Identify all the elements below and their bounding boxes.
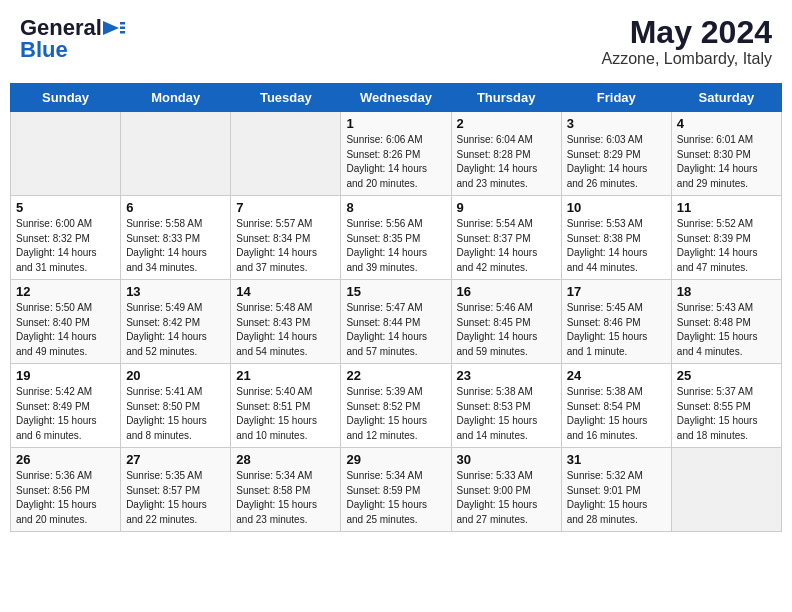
day-info: Sunrise: 5:34 AM Sunset: 8:59 PM Dayligh… (346, 469, 445, 527)
svg-rect-3 (120, 31, 125, 34)
day-info: Sunrise: 6:06 AM Sunset: 8:26 PM Dayligh… (346, 133, 445, 191)
day-cell: 23Sunrise: 5:38 AM Sunset: 8:53 PM Dayli… (451, 364, 561, 448)
day-number: 23 (457, 368, 556, 383)
day-cell: 17Sunrise: 5:45 AM Sunset: 8:46 PM Dayli… (561, 280, 671, 364)
day-info: Sunrise: 5:38 AM Sunset: 8:54 PM Dayligh… (567, 385, 666, 443)
header-day-monday: Monday (121, 84, 231, 112)
day-number: 21 (236, 368, 335, 383)
day-cell (121, 112, 231, 196)
day-number: 8 (346, 200, 445, 215)
day-number: 27 (126, 452, 225, 467)
day-number: 24 (567, 368, 666, 383)
day-cell: 18Sunrise: 5:43 AM Sunset: 8:48 PM Dayli… (671, 280, 781, 364)
day-info: Sunrise: 5:32 AM Sunset: 9:01 PM Dayligh… (567, 469, 666, 527)
day-number: 2 (457, 116, 556, 131)
calendar-table: SundayMondayTuesdayWednesdayThursdayFrid… (10, 83, 782, 532)
day-info: Sunrise: 5:46 AM Sunset: 8:45 PM Dayligh… (457, 301, 556, 359)
day-cell (231, 112, 341, 196)
day-cell: 29Sunrise: 5:34 AM Sunset: 8:59 PM Dayli… (341, 448, 451, 532)
day-cell: 5Sunrise: 6:00 AM Sunset: 8:32 PM Daylig… (11, 196, 121, 280)
day-info: Sunrise: 5:35 AM Sunset: 8:57 PM Dayligh… (126, 469, 225, 527)
day-info: Sunrise: 5:34 AM Sunset: 8:58 PM Dayligh… (236, 469, 335, 527)
day-number: 5 (16, 200, 115, 215)
header-day-wednesday: Wednesday (341, 84, 451, 112)
day-cell (11, 112, 121, 196)
day-number: 31 (567, 452, 666, 467)
logo-blue: Blue (20, 37, 68, 63)
day-info: Sunrise: 5:40 AM Sunset: 8:51 PM Dayligh… (236, 385, 335, 443)
day-info: Sunrise: 5:56 AM Sunset: 8:35 PM Dayligh… (346, 217, 445, 275)
day-info: Sunrise: 6:04 AM Sunset: 8:28 PM Dayligh… (457, 133, 556, 191)
header-day-saturday: Saturday (671, 84, 781, 112)
location: Azzone, Lombardy, Italy (602, 50, 772, 68)
day-number: 25 (677, 368, 776, 383)
header-row: SundayMondayTuesdayWednesdayThursdayFrid… (11, 84, 782, 112)
day-info: Sunrise: 6:01 AM Sunset: 8:30 PM Dayligh… (677, 133, 776, 191)
day-info: Sunrise: 5:33 AM Sunset: 9:00 PM Dayligh… (457, 469, 556, 527)
week-row-1: 1Sunrise: 6:06 AM Sunset: 8:26 PM Daylig… (11, 112, 782, 196)
day-cell: 3Sunrise: 6:03 AM Sunset: 8:29 PM Daylig… (561, 112, 671, 196)
svg-rect-2 (120, 27, 125, 30)
day-info: Sunrise: 5:41 AM Sunset: 8:50 PM Dayligh… (126, 385, 225, 443)
day-number: 26 (16, 452, 115, 467)
day-number: 16 (457, 284, 556, 299)
day-info: Sunrise: 5:52 AM Sunset: 8:39 PM Dayligh… (677, 217, 776, 275)
svg-marker-0 (103, 21, 119, 35)
title-block: May 2024 Azzone, Lombardy, Italy (602, 15, 772, 68)
day-info: Sunrise: 5:53 AM Sunset: 8:38 PM Dayligh… (567, 217, 666, 275)
day-cell: 13Sunrise: 5:49 AM Sunset: 8:42 PM Dayli… (121, 280, 231, 364)
week-row-2: 5Sunrise: 6:00 AM Sunset: 8:32 PM Daylig… (11, 196, 782, 280)
day-cell: 9Sunrise: 5:54 AM Sunset: 8:37 PM Daylig… (451, 196, 561, 280)
day-info: Sunrise: 5:54 AM Sunset: 8:37 PM Dayligh… (457, 217, 556, 275)
day-number: 17 (567, 284, 666, 299)
day-number: 30 (457, 452, 556, 467)
day-number: 20 (126, 368, 225, 383)
day-cell: 30Sunrise: 5:33 AM Sunset: 9:00 PM Dayli… (451, 448, 561, 532)
header-day-sunday: Sunday (11, 84, 121, 112)
day-cell: 1Sunrise: 6:06 AM Sunset: 8:26 PM Daylig… (341, 112, 451, 196)
svg-rect-1 (120, 22, 125, 25)
logo: General Blue (20, 15, 125, 63)
day-info: Sunrise: 5:47 AM Sunset: 8:44 PM Dayligh… (346, 301, 445, 359)
day-info: Sunrise: 5:36 AM Sunset: 8:56 PM Dayligh… (16, 469, 115, 527)
day-cell: 4Sunrise: 6:01 AM Sunset: 8:30 PM Daylig… (671, 112, 781, 196)
day-number: 15 (346, 284, 445, 299)
day-number: 28 (236, 452, 335, 467)
day-number: 3 (567, 116, 666, 131)
day-cell: 19Sunrise: 5:42 AM Sunset: 8:49 PM Dayli… (11, 364, 121, 448)
day-number: 1 (346, 116, 445, 131)
week-row-4: 19Sunrise: 5:42 AM Sunset: 8:49 PM Dayli… (11, 364, 782, 448)
day-info: Sunrise: 6:03 AM Sunset: 8:29 PM Dayligh… (567, 133, 666, 191)
day-cell: 25Sunrise: 5:37 AM Sunset: 8:55 PM Dayli… (671, 364, 781, 448)
day-number: 22 (346, 368, 445, 383)
day-cell: 27Sunrise: 5:35 AM Sunset: 8:57 PM Dayli… (121, 448, 231, 532)
day-cell: 12Sunrise: 5:50 AM Sunset: 8:40 PM Dayli… (11, 280, 121, 364)
day-info: Sunrise: 5:45 AM Sunset: 8:46 PM Dayligh… (567, 301, 666, 359)
day-cell: 8Sunrise: 5:56 AM Sunset: 8:35 PM Daylig… (341, 196, 451, 280)
header-day-tuesday: Tuesday (231, 84, 341, 112)
day-cell: 24Sunrise: 5:38 AM Sunset: 8:54 PM Dayli… (561, 364, 671, 448)
week-row-5: 26Sunrise: 5:36 AM Sunset: 8:56 PM Dayli… (11, 448, 782, 532)
day-info: Sunrise: 5:38 AM Sunset: 8:53 PM Dayligh… (457, 385, 556, 443)
day-cell: 6Sunrise: 5:58 AM Sunset: 8:33 PM Daylig… (121, 196, 231, 280)
day-number: 11 (677, 200, 776, 215)
day-cell (671, 448, 781, 532)
day-info: Sunrise: 5:57 AM Sunset: 8:34 PM Dayligh… (236, 217, 335, 275)
day-number: 7 (236, 200, 335, 215)
day-number: 29 (346, 452, 445, 467)
day-cell: 15Sunrise: 5:47 AM Sunset: 8:44 PM Dayli… (341, 280, 451, 364)
day-info: Sunrise: 6:00 AM Sunset: 8:32 PM Dayligh… (16, 217, 115, 275)
day-cell: 14Sunrise: 5:48 AM Sunset: 8:43 PM Dayli… (231, 280, 341, 364)
day-cell: 2Sunrise: 6:04 AM Sunset: 8:28 PM Daylig… (451, 112, 561, 196)
day-number: 10 (567, 200, 666, 215)
day-info: Sunrise: 5:48 AM Sunset: 8:43 PM Dayligh… (236, 301, 335, 359)
day-cell: 20Sunrise: 5:41 AM Sunset: 8:50 PM Dayli… (121, 364, 231, 448)
day-number: 9 (457, 200, 556, 215)
day-cell: 28Sunrise: 5:34 AM Sunset: 8:58 PM Dayli… (231, 448, 341, 532)
day-info: Sunrise: 5:42 AM Sunset: 8:49 PM Dayligh… (16, 385, 115, 443)
day-cell: 21Sunrise: 5:40 AM Sunset: 8:51 PM Dayli… (231, 364, 341, 448)
day-info: Sunrise: 5:50 AM Sunset: 8:40 PM Dayligh… (16, 301, 115, 359)
day-number: 12 (16, 284, 115, 299)
day-info: Sunrise: 5:37 AM Sunset: 8:55 PM Dayligh… (677, 385, 776, 443)
day-number: 13 (126, 284, 225, 299)
